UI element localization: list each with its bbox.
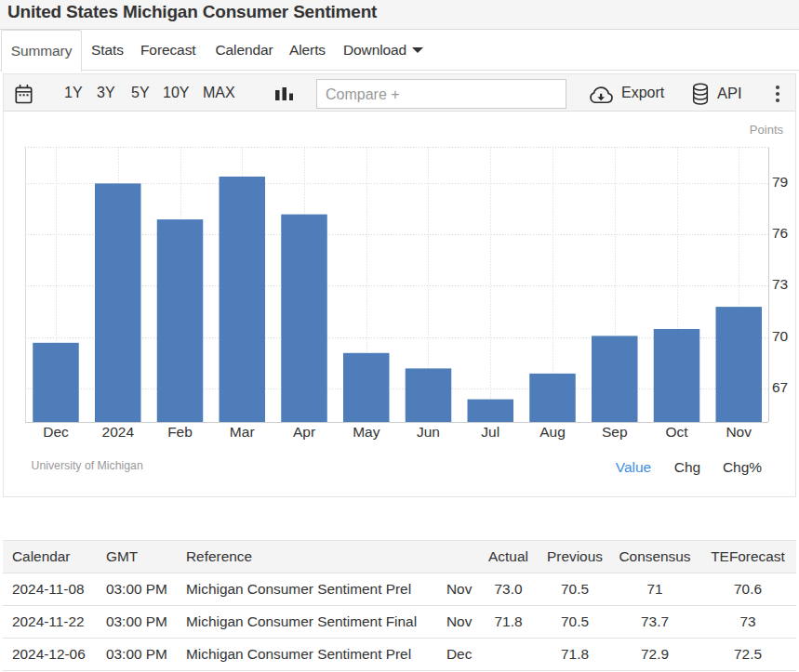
svg-text:Jun: Jun	[417, 424, 440, 440]
svg-text:Dec: Dec	[43, 424, 69, 440]
svg-text:73: 73	[772, 276, 788, 292]
svg-text:Sep: Sep	[602, 424, 628, 440]
svg-text:Chg: Chg	[674, 459, 700, 475]
svg-text:Feb: Feb	[167, 424, 193, 440]
svg-text:Nov: Nov	[726, 424, 752, 440]
svg-text:76: 76	[772, 225, 788, 241]
svg-text:Jul: Jul	[481, 424, 499, 440]
svg-text:Aug: Aug	[539, 424, 566, 440]
svg-text:2024: 2024	[102, 424, 135, 440]
svg-text:Points: Points	[750, 123, 784, 137]
svg-text:70: 70	[772, 328, 789, 344]
svg-text:Apr: Apr	[293, 424, 315, 440]
svg-text:May: May	[353, 424, 380, 440]
svg-text:Chg%: Chg%	[723, 459, 762, 475]
svg-text:67: 67	[772, 379, 788, 395]
svg-text:University of Michigan: University of Michigan	[32, 459, 143, 472]
svg-text:Oct: Oct	[665, 424, 688, 440]
svg-text:Mar: Mar	[230, 424, 255, 440]
svg-text:Value: Value	[616, 459, 652, 475]
svg-text:79: 79	[772, 174, 788, 190]
